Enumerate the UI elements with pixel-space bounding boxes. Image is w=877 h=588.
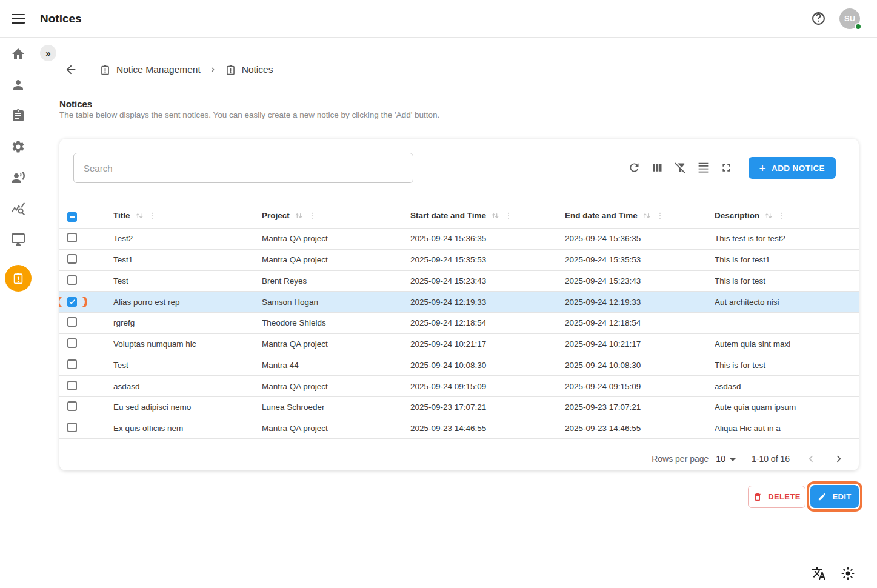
row-checkbox-annotation-anchor xyxy=(67,338,77,348)
notice-clipboard-icon xyxy=(225,64,236,76)
add-notice-label: ADD NOTICE xyxy=(772,164,825,173)
cell-title: Voluptas numquam hic xyxy=(113,339,262,349)
notice-clipboard-icon xyxy=(12,272,25,285)
edit-button-annotation: EDIT xyxy=(810,485,859,508)
sidebar-item-announcements[interactable] xyxy=(11,170,25,185)
density-icon[interactable] xyxy=(696,161,711,175)
row-checkbox[interactable] xyxy=(67,359,77,369)
sidebar-item-notices-active[interactable] xyxy=(5,265,32,292)
column-header-project[interactable]: Project xyxy=(262,211,410,221)
table-row[interactable]: Alias porro est rep Samson Hogan 2025-09… xyxy=(59,291,859,312)
edit-label: EDIT xyxy=(832,492,851,501)
sidebar-item-home[interactable] xyxy=(11,47,25,61)
pagination: Rows per page 10 1-10 of 16 xyxy=(652,447,845,471)
row-checkbox[interactable] xyxy=(67,317,77,327)
page-title: Notices xyxy=(59,99,92,109)
column-menu-icon[interactable] xyxy=(778,212,786,220)
previous-page-icon[interactable] xyxy=(804,452,818,466)
filter-off-icon[interactable] xyxy=(673,161,688,175)
brightness-icon[interactable] xyxy=(841,566,855,581)
cell-project: Brent Reyes xyxy=(262,276,410,286)
trash-icon xyxy=(753,492,762,502)
avatar-initials: SU xyxy=(844,14,855,23)
cell-project: Mantra QA project xyxy=(262,234,410,243)
row-checkbox[interactable] xyxy=(67,233,77,242)
table-row[interactable]: Test Mantra 44 2025-09-24 10:08:30 2025-… xyxy=(59,355,859,376)
column-header-end-date[interactable]: End date and Time xyxy=(565,211,715,221)
breadcrumb-item-notice-management[interactable]: Notice Management xyxy=(99,64,201,76)
cell-description: Autem quia sint maxi xyxy=(715,339,859,349)
delete-button[interactable]: DELETE xyxy=(748,486,805,508)
column-menu-icon[interactable] xyxy=(504,212,513,220)
row-checkbox[interactable] xyxy=(67,423,77,432)
cell-title: Test1 xyxy=(113,255,262,264)
cell-end-date: 2025-09-24 15:23:43 xyxy=(565,276,715,286)
add-notice-button[interactable]: + ADD NOTICE xyxy=(749,157,836,179)
sort-icon[interactable] xyxy=(490,211,500,221)
column-header-start-date[interactable]: Start date and Time xyxy=(410,211,565,221)
table-row[interactable]: Ex quis officiis nem Mantra QA project 2… xyxy=(59,418,859,439)
fullscreen-icon[interactable] xyxy=(719,161,734,175)
table-row[interactable]: rgrefg Theodore Shields 2025-09-24 12:18… xyxy=(59,312,859,333)
monitor-icon xyxy=(11,232,25,247)
cell-project: Samson Hogan xyxy=(262,298,410,307)
column-menu-icon[interactable] xyxy=(308,212,316,220)
cell-description: Aliqua Hic aut in a xyxy=(715,424,859,433)
column-menu-icon[interactable] xyxy=(656,212,664,220)
select-all-checkbox[interactable] xyxy=(67,212,77,222)
sidebar-item-devices[interactable] xyxy=(11,232,25,247)
table-row[interactable]: Test1 Mantra QA project 2025-09-24 15:35… xyxy=(59,249,859,270)
menu-icon[interactable] xyxy=(12,14,25,24)
table-row[interactable]: Test2 Mantra QA project 2025-09-24 15:36… xyxy=(59,228,859,249)
column-header-title[interactable]: Title xyxy=(113,211,262,221)
sidebar-expand-chip[interactable]: » xyxy=(40,45,56,61)
cell-description: asdasd xyxy=(715,382,859,391)
row-checkbox-annotation-anchor xyxy=(67,423,77,432)
table-row[interactable]: Voluptas numquam hic Mantra QA project 2… xyxy=(59,333,859,355)
sort-icon[interactable] xyxy=(294,211,304,221)
columns-icon[interactable] xyxy=(650,161,665,175)
rows-per-page-select[interactable]: 10 xyxy=(716,454,736,464)
check-icon xyxy=(68,298,76,306)
column-menu-icon[interactable] xyxy=(148,212,157,220)
row-checkbox[interactable] xyxy=(67,401,77,411)
sort-icon[interactable] xyxy=(135,211,144,221)
edit-button[interactable]: EDIT xyxy=(810,485,859,508)
refresh-icon[interactable] xyxy=(627,161,642,175)
row-checkbox[interactable] xyxy=(67,297,77,307)
rows-per-page-value: 10 xyxy=(716,454,725,464)
column-label: Description xyxy=(715,211,759,220)
cell-start-date: 2025-09-24 10:08:30 xyxy=(410,361,565,370)
avatar[interactable]: SU xyxy=(839,8,860,29)
help-icon[interactable] xyxy=(811,11,826,26)
row-checkbox-annotation-anchor xyxy=(67,233,77,242)
column-label: Project xyxy=(262,211,290,220)
sidebar-item-users[interactable] xyxy=(11,78,25,92)
translate-icon[interactable] xyxy=(812,566,826,581)
table-row[interactable]: Eu sed adipisci nemo Lunea Schroeder 202… xyxy=(59,396,859,418)
back-arrow-icon[interactable] xyxy=(64,63,78,76)
next-page-icon[interactable] xyxy=(832,452,845,466)
row-checkbox-annotation-anchor xyxy=(67,401,77,411)
table-row[interactable]: asdasd Mantra QA project 2025-09-24 09:1… xyxy=(59,375,859,396)
row-checkbox[interactable] xyxy=(67,381,77,390)
sort-icon[interactable] xyxy=(642,211,652,221)
breadcrumb-label: Notices xyxy=(242,64,273,75)
sidebar-item-reports[interactable] xyxy=(11,201,25,216)
cell-end-date: 2025-09-24 10:21:17 xyxy=(565,339,715,349)
row-checkbox[interactable] xyxy=(67,275,77,285)
sidebar-item-tasks[interactable] xyxy=(11,109,25,123)
cell-start-date: 2025-09-24 12:19:33 xyxy=(410,298,565,307)
row-checkbox-annotation-anchor xyxy=(67,359,77,369)
row-checkbox[interactable] xyxy=(67,254,77,264)
cell-description: This is for test1 xyxy=(715,255,859,264)
sidebar-item-settings[interactable] xyxy=(11,139,25,154)
cell-start-date: 2025-09-24 09:15:09 xyxy=(410,382,565,391)
search-input[interactable] xyxy=(73,153,413,183)
column-header-description[interactable]: Description xyxy=(715,211,859,221)
row-checkbox[interactable] xyxy=(67,338,77,348)
breadcrumb-item-notices[interactable]: Notices xyxy=(225,64,273,76)
cell-end-date: 2025-09-24 10:08:30 xyxy=(565,361,715,370)
sort-icon[interactable] xyxy=(764,211,773,221)
table-row[interactable]: Test Brent Reyes 2025-09-24 15:23:43 202… xyxy=(59,270,859,292)
